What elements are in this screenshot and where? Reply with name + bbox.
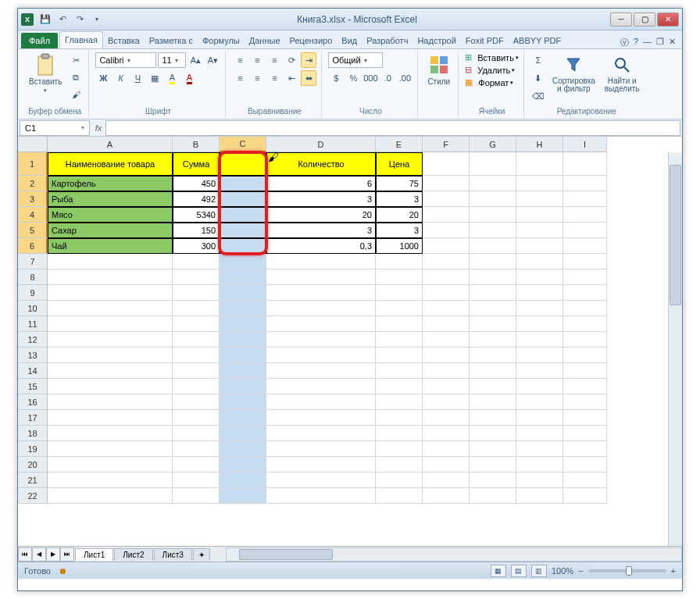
cell-A10[interactable] bbox=[48, 301, 173, 316]
cell-H9[interactable] bbox=[516, 285, 563, 301]
cell-D10[interactable] bbox=[266, 301, 376, 316]
cell-A3[interactable]: Рыба bbox=[48, 191, 173, 207]
cell-F18[interactable] bbox=[423, 426, 470, 441]
cell-I8[interactable] bbox=[563, 269, 607, 285]
decrease-font-icon[interactable]: A▾ bbox=[205, 52, 220, 68]
comma-icon[interactable]: 000 bbox=[362, 70, 378, 86]
row-header-18[interactable]: 18 bbox=[18, 426, 48, 441]
tab-abbyy[interactable]: ABBYY PDF bbox=[509, 33, 566, 48]
cell-E12[interactable] bbox=[376, 332, 423, 348]
cell-D9[interactable] bbox=[266, 285, 376, 301]
align-middle-icon[interactable]: ≡ bbox=[249, 52, 265, 68]
doc-minimize-icon[interactable]: — bbox=[643, 37, 652, 48]
cell-D20[interactable] bbox=[266, 457, 376, 472]
help-icon[interactable]: ? bbox=[634, 37, 638, 48]
vertical-scrollbar[interactable] bbox=[668, 152, 682, 546]
cell-B10[interactable] bbox=[173, 301, 220, 316]
cell-F20[interactable] bbox=[423, 457, 470, 472]
cell-C14[interactable] bbox=[220, 363, 266, 379]
cell-C15[interactable] bbox=[220, 379, 266, 394]
cell-A13[interactable] bbox=[48, 348, 173, 363]
row-header-20[interactable]: 20 bbox=[18, 457, 48, 472]
zoom-slider[interactable] bbox=[588, 569, 666, 572]
cell-G10[interactable] bbox=[470, 301, 516, 316]
cell-F4[interactable] bbox=[423, 207, 470, 223]
cell-C12[interactable] bbox=[220, 332, 266, 348]
cell-B7[interactable] bbox=[173, 254, 220, 269]
align-right-icon[interactable]: ≡ bbox=[266, 70, 282, 86]
row-header-15[interactable]: 15 bbox=[18, 379, 48, 394]
cell-E9[interactable] bbox=[376, 285, 423, 301]
column-header-D[interactable]: D bbox=[266, 137, 376, 152]
cell-I1[interactable] bbox=[563, 152, 607, 176]
cell-A5[interactable]: Сахар bbox=[48, 223, 173, 238]
cell-A22[interactable] bbox=[48, 488, 173, 504]
cell-C21[interactable] bbox=[220, 472, 266, 488]
number-format-combo[interactable]: Общий▾ bbox=[328, 52, 383, 68]
align-bottom-icon[interactable]: ≡ bbox=[266, 52, 282, 68]
cell-H21[interactable] bbox=[516, 472, 563, 488]
cell-D15[interactable] bbox=[266, 379, 376, 394]
cell-C4[interactable] bbox=[220, 207, 266, 223]
column-header-E[interactable]: E bbox=[376, 137, 423, 152]
cell-E8[interactable] bbox=[376, 269, 423, 285]
cell-A19[interactable] bbox=[48, 441, 173, 457]
cell-H17[interactable] bbox=[516, 410, 563, 426]
fx-icon[interactable]: fx bbox=[91, 123, 105, 133]
cell-H5[interactable] bbox=[516, 223, 563, 238]
cell-B1[interactable]: Сумма bbox=[173, 152, 220, 176]
undo-icon[interactable]: ↶ bbox=[55, 12, 70, 27]
cell-I16[interactable] bbox=[563, 394, 607, 410]
font-size-combo[interactable]: 11▾ bbox=[158, 52, 186, 68]
zoom-out-icon[interactable]: − bbox=[578, 566, 583, 576]
cell-G11[interactable] bbox=[470, 316, 516, 332]
column-header-B[interactable]: B bbox=[173, 137, 220, 152]
align-center-icon[interactable]: ≡ bbox=[249, 70, 265, 86]
cell-E2[interactable]: 75 bbox=[376, 176, 423, 191]
cell-A1[interactable]: Наименование товара bbox=[48, 152, 173, 176]
cell-G19[interactable] bbox=[470, 441, 516, 457]
cell-A8[interactable] bbox=[48, 269, 173, 285]
cell-B3[interactable]: 492 bbox=[173, 191, 220, 207]
cell-A12[interactable] bbox=[48, 332, 173, 348]
sheet-tab-3[interactable]: Лист3 bbox=[154, 548, 192, 561]
cell-I12[interactable] bbox=[563, 332, 607, 348]
format-cells-button[interactable]: ▦ Формат ▾ bbox=[465, 77, 519, 87]
cell-C22[interactable] bbox=[220, 488, 266, 504]
cell-F7[interactable] bbox=[423, 254, 470, 269]
sheet-nav-prev[interactable]: ◀ bbox=[32, 547, 46, 562]
cell-A6[interactable]: Чай bbox=[48, 238, 173, 254]
sheet-tab-active[interactable]: Лист1 bbox=[75, 548, 113, 561]
cell-E18[interactable] bbox=[376, 426, 423, 441]
clear-icon[interactable]: ⌫ bbox=[530, 88, 546, 104]
cell-F1[interactable] bbox=[423, 152, 470, 176]
cell-B6[interactable]: 300 bbox=[173, 238, 220, 254]
row-header-9[interactable]: 9 bbox=[18, 285, 48, 301]
cell-H20[interactable] bbox=[516, 457, 563, 472]
cell-G6[interactable] bbox=[470, 238, 516, 254]
cells-area[interactable]: Наименование товараСуммаКоличествоЦенаКа… bbox=[48, 152, 607, 504]
tab-pagelayout[interactable]: Разметка с bbox=[145, 33, 198, 48]
cell-C19[interactable] bbox=[220, 441, 266, 457]
cell-B15[interactable] bbox=[173, 379, 220, 394]
column-header-G[interactable]: G bbox=[470, 137, 516, 152]
row-header-14[interactable]: 14 bbox=[18, 363, 48, 379]
cell-D16[interactable] bbox=[266, 394, 376, 410]
cell-I11[interactable] bbox=[563, 316, 607, 332]
cell-E17[interactable] bbox=[376, 410, 423, 426]
underline-button[interactable]: Ч bbox=[130, 70, 145, 86]
row-header-7[interactable]: 7 bbox=[18, 254, 48, 269]
redo-icon[interactable]: ↷ bbox=[73, 12, 87, 27]
cell-G1[interactable] bbox=[470, 152, 516, 176]
cell-A9[interactable] bbox=[48, 285, 173, 301]
increase-decimal-icon[interactable]: .0 bbox=[380, 70, 395, 86]
cell-I7[interactable] bbox=[563, 254, 607, 269]
cell-I10[interactable] bbox=[563, 301, 607, 316]
cell-G17[interactable] bbox=[470, 410, 516, 426]
cell-G8[interactable] bbox=[470, 269, 516, 285]
cell-G9[interactable] bbox=[470, 285, 516, 301]
increase-font-icon[interactable]: A▴ bbox=[188, 52, 203, 68]
cell-B20[interactable] bbox=[173, 457, 220, 472]
row-header-17[interactable]: 17 bbox=[18, 410, 48, 426]
cell-A15[interactable] bbox=[48, 379, 173, 394]
